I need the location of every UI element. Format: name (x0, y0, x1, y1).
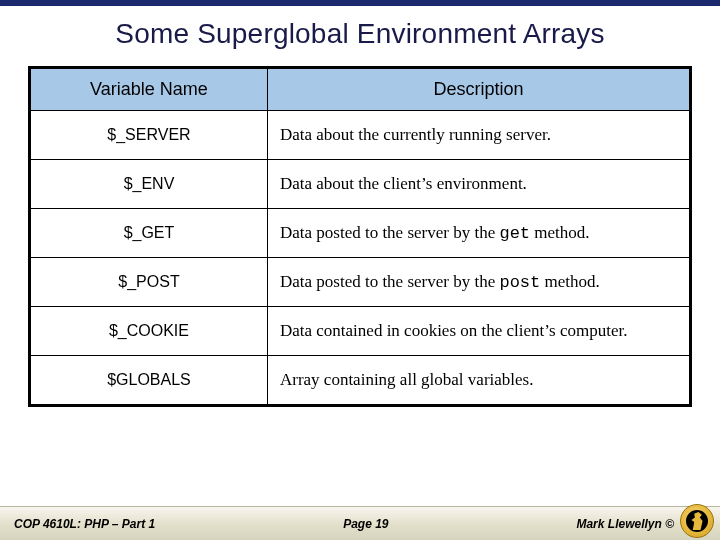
table-row: $_SERVER Data about the currently runnin… (30, 111, 691, 160)
table-row: $GLOBALS Array containing all global var… (30, 356, 691, 406)
cell-var: $GLOBALS (30, 356, 268, 406)
cell-desc: Data contained in cookies on the client’… (267, 307, 690, 356)
table-header-row: Variable Name Description (30, 68, 691, 111)
cell-desc: Data posted to the server by the post me… (267, 258, 690, 307)
cell-desc: Array containing all global variables. (267, 356, 690, 406)
cell-var: $_POST (30, 258, 268, 307)
header-description: Description (267, 68, 690, 111)
slide-footer: COP 4610L: PHP – Part 1 Page 19 Mark Lle… (0, 506, 720, 540)
cell-var: $_SERVER (30, 111, 268, 160)
ucf-seal-icon (680, 504, 714, 538)
table-row: $_GET Data posted to the server by the g… (30, 209, 691, 258)
footer-course: COP 4610L: PHP – Part 1 (0, 517, 155, 531)
cell-var: $_ENV (30, 160, 268, 209)
table-row: $_ENV Data about the client’s environmen… (30, 160, 691, 209)
slide-title: Some Superglobal Environment Arrays (28, 18, 692, 50)
superglobals-table: Variable Name Description $_SERVER Data … (28, 66, 692, 407)
footer-page: Page 19 (155, 517, 576, 531)
cell-var: $_GET (30, 209, 268, 258)
cell-desc: Data posted to the server by the get met… (267, 209, 690, 258)
slide-body: Some Superglobal Environment Arrays Vari… (0, 6, 720, 407)
header-variable-name: Variable Name (30, 68, 268, 111)
cell-desc: Data about the client’s environment. (267, 160, 690, 209)
table-row: $_POST Data posted to the server by the … (30, 258, 691, 307)
cell-var: $_COOKIE (30, 307, 268, 356)
cell-desc: Data about the currently running server. (267, 111, 690, 160)
table-row: $_COOKIE Data contained in cookies on th… (30, 307, 691, 356)
